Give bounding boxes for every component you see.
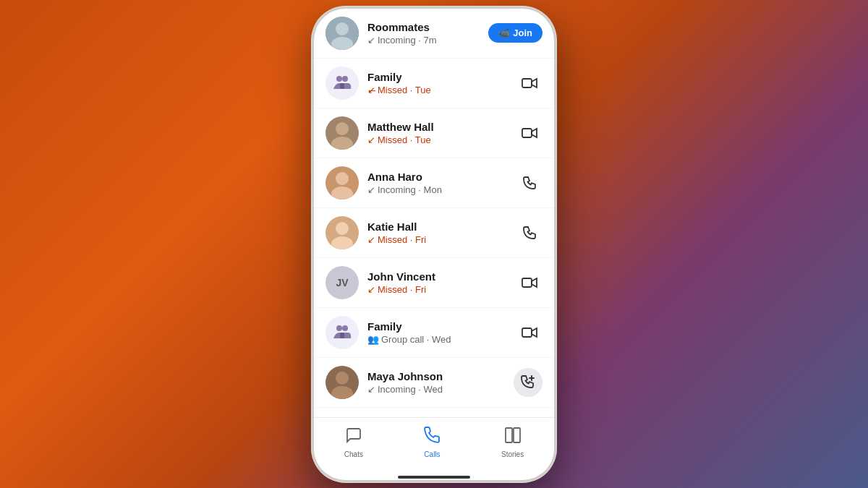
call-info-maya: Maya Johnson ↙ Incoming · Wed bbox=[367, 369, 514, 395]
call-item-john[interactable]: JV John Vincent ↙ Missed · Fri bbox=[314, 258, 554, 308]
video-icon-join: 📹 bbox=[498, 27, 510, 38]
avatar-anna bbox=[326, 166, 359, 200]
call-info-family-group: Family 👥 Group call · Wed bbox=[367, 320, 516, 346]
nav-item-stories[interactable]: Stories bbox=[487, 424, 538, 461]
add-call-button-maya[interactable] bbox=[514, 368, 542, 397]
call-item-family-missed[interactable]: Family ↙̶ Missed · Tue bbox=[314, 59, 554, 108]
call-info-anna: Anna Haro ↙ Incoming · Mon bbox=[367, 170, 516, 196]
call-status-maya: ↙ Incoming · Wed bbox=[367, 384, 514, 395]
call-item-roommates[interactable]: Roommates ↙ Incoming · 7m 📹 Join bbox=[314, 9, 554, 59]
call-item-katie[interactable]: Katie Hall ↙ Missed · Fri bbox=[314, 208, 554, 258]
call-name-anna: Anna Haro bbox=[367, 170, 516, 184]
phone-call-icon-katie[interactable] bbox=[516, 220, 542, 246]
call-name-roommates: Roommates bbox=[367, 20, 488, 35]
avatar-roommates bbox=[326, 17, 359, 50]
svg-point-4 bbox=[342, 76, 348, 82]
missed-arrow-icon: ↙̶ bbox=[367, 85, 375, 95]
screen-content: Roommates ↙ Incoming · 7m 📹 Join bbox=[314, 9, 554, 417]
chats-label: Chats bbox=[344, 450, 363, 458]
home-indicator bbox=[398, 476, 470, 479]
svg-point-23 bbox=[336, 372, 349, 385]
svg-rect-26 bbox=[514, 428, 520, 442]
avatar-family-missed bbox=[326, 67, 359, 100]
svg-rect-20 bbox=[340, 333, 344, 338]
call-name-family-group: Family bbox=[367, 320, 516, 334]
call-item-maya[interactable]: Maya Johnson ↙ Incoming · Wed bbox=[314, 358, 554, 408]
call-status-anna: ↙ Incoming · Mon bbox=[367, 184, 516, 195]
call-info-john: John Vincent ↙ Missed · Fri bbox=[367, 270, 516, 296]
missed-icon-john: ↙ bbox=[367, 284, 375, 295]
svg-point-18 bbox=[336, 325, 342, 331]
svg-point-19 bbox=[342, 325, 348, 331]
missed-icon-katie: ↙ bbox=[367, 234, 375, 245]
video-call-icon-family-group[interactable] bbox=[516, 320, 542, 346]
call-item-family-group[interactable]: Family 👥 Group call · Wed bbox=[314, 308, 554, 358]
call-name-john: John Vincent bbox=[367, 270, 516, 284]
call-info-katie: Katie Hall ↙ Missed · Fri bbox=[367, 220, 516, 246]
svg-point-1 bbox=[336, 22, 349, 35]
call-info-roommates: Roommates ↙ Incoming · 7m bbox=[367, 20, 488, 46]
call-status-family-missed: ↙̶ Missed · Tue bbox=[367, 85, 516, 95]
call-status-family-group: 👥 Group call · Wed bbox=[367, 334, 516, 345]
chats-icon bbox=[345, 427, 362, 448]
call-status-roommates: ↙ Incoming · 7m bbox=[367, 35, 488, 46]
avatar-john: JV bbox=[326, 266, 359, 299]
incoming-icon-maya: ↙ bbox=[367, 384, 375, 395]
svg-rect-6 bbox=[522, 79, 532, 87]
call-status-katie: ↙ Missed · Fri bbox=[367, 234, 516, 245]
join-button-roommates[interactable]: 📹 Join bbox=[488, 23, 542, 43]
bottom-nav: Chats Calls bbox=[314, 417, 554, 473]
avatar-katie bbox=[326, 216, 359, 249]
calls-icon bbox=[423, 427, 441, 448]
call-name-maya: Maya Johnson bbox=[367, 369, 514, 384]
svg-point-3 bbox=[336, 76, 342, 82]
calls-label: Calls bbox=[424, 450, 440, 458]
svg-rect-25 bbox=[506, 428, 512, 442]
video-call-icon-matthew[interactable] bbox=[516, 120, 542, 146]
nav-item-chats[interactable]: Chats bbox=[330, 424, 378, 461]
stories-icon bbox=[504, 427, 522, 448]
svg-rect-5 bbox=[340, 83, 344, 89]
svg-rect-17 bbox=[522, 278, 532, 287]
avatar-family-group bbox=[326, 316, 359, 349]
call-item-anna[interactable]: Anna Haro ↙ Incoming · Mon bbox=[314, 158, 554, 208]
svg-point-12 bbox=[336, 172, 349, 185]
incoming-arrow-icon: ↙ bbox=[367, 35, 375, 46]
missed-icon-matthew: ↙ bbox=[367, 134, 375, 145]
phone-device: Roommates ↙ Incoming · 7m 📹 Join bbox=[311, 6, 557, 483]
svg-rect-10 bbox=[522, 129, 532, 137]
incoming-icon-anna: ↙ bbox=[367, 184, 375, 195]
call-name-matthew: Matthew Hall bbox=[367, 120, 516, 134]
call-name-katie: Katie Hall bbox=[367, 220, 516, 234]
call-status-john: ↙ Missed · Fri bbox=[367, 284, 516, 295]
phone-body: Roommates ↙ Incoming · 7m 📹 Join bbox=[311, 6, 557, 483]
call-info-family-missed: Family ↙̶ Missed · Tue bbox=[367, 70, 516, 96]
phone-screen: Roommates ↙ Incoming · 7m 📹 Join bbox=[314, 9, 554, 480]
calls-list: Roommates ↙ Incoming · 7m 📹 Join bbox=[314, 9, 554, 417]
phone-call-icon-anna[interactable] bbox=[516, 170, 542, 196]
video-call-icon-john[interactable] bbox=[516, 270, 542, 296]
svg-point-15 bbox=[336, 222, 349, 235]
svg-point-8 bbox=[336, 122, 349, 135]
avatar-matthew bbox=[326, 116, 359, 150]
video-call-icon-family-missed[interactable] bbox=[516, 70, 542, 96]
call-item-matthew[interactable]: Matthew Hall ↙ Missed · Tue bbox=[314, 108, 554, 158]
svg-rect-21 bbox=[522, 328, 532, 337]
avatar-maya bbox=[326, 366, 359, 399]
call-name-family-missed: Family bbox=[367, 70, 516, 85]
nav-item-calls[interactable]: Calls bbox=[409, 424, 455, 461]
call-status-matthew: ↙ Missed · Tue bbox=[367, 134, 516, 145]
call-info-matthew: Matthew Hall ↙ Missed · Tue bbox=[367, 120, 516, 146]
stories-label: Stories bbox=[501, 450, 524, 458]
group-icon: 👥 bbox=[367, 334, 379, 345]
